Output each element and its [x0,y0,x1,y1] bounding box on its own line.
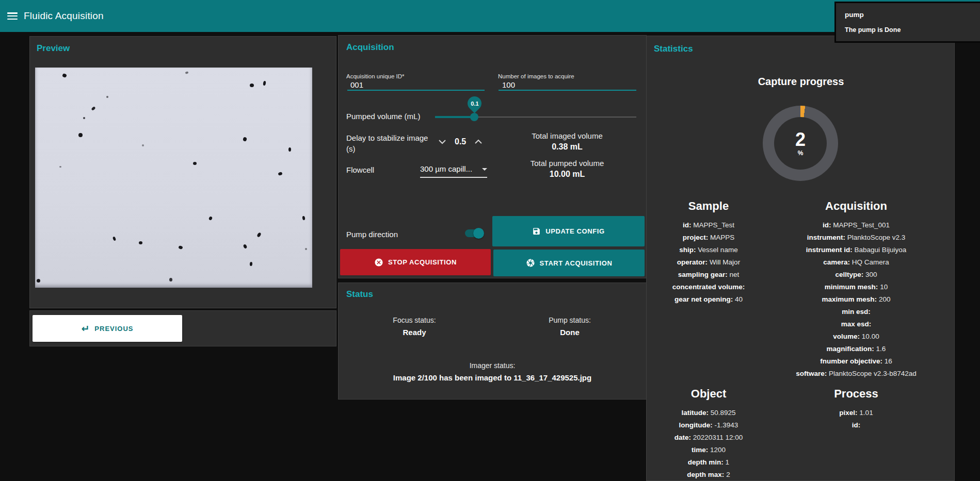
totals-block: Total imaged volume 0.38 mL Total pumped… [504,131,631,186]
slider-value-balloon: 0.1 [464,93,484,113]
pump-status-value: Done [493,328,646,337]
update-config-button[interactable]: UPDATE CONFIG [492,216,645,246]
pump-direction-label: Pump direction [346,230,398,239]
process-list: pixel: 1.01id: [770,407,942,432]
status-title: Status [346,289,373,300]
particle [78,133,83,137]
num-images-input[interactable]: 100 [502,80,515,89]
particle [208,216,213,221]
particle [185,71,189,74]
delay-value[interactable]: 0.5 [455,137,466,146]
capture-progress-percent: 2 [795,130,806,149]
stat-line: instrument id: Babagui Bijuiyoa [770,244,942,256]
focus-status-label: Focus status: [339,316,490,324]
unique-id-label: Acquisition unique ID* [346,73,405,79]
stat-line: operator: Will Major [647,256,770,269]
particle [83,117,85,119]
object-list: latitude: 50.8925longitude: -1.3943date:… [647,407,770,481]
previous-button[interactable]: ↵ PREVIOUS [33,315,182,342]
chevron-down-icon[interactable] [438,139,446,144]
process-section: Process pixel: 1.01id: [770,387,942,432]
particle [243,244,247,249]
stat-line: id: MAPPS_Test [647,219,770,231]
acquisition-panel: Acquisition Acquisition unique ID* 001 N… [338,35,647,278]
sample-list: id: MAPPS_Testproject: MAPPSship: Vessel… [647,219,770,306]
stat-line: volume: 10.00 [770,330,942,343]
stat-line: ship: Vessel name [647,244,770,256]
preview-title: Preview [37,43,70,54]
process-heading: Process [770,387,942,401]
particle [179,245,183,250]
stat-line: depth min: 1 [647,456,770,469]
slider-handle[interactable] [470,113,478,121]
stat-line: instrument: PlanktoScope v2.3 [770,231,942,244]
stat-line: camera: HQ Camera [770,256,942,269]
previous-strip: ↵ PREVIOUS [29,310,336,346]
flowcell-label: Flowcell [346,165,374,174]
stat-line: software: PlanktoScope v2.3-b8742ad [770,368,942,380]
start-acquisition-button[interactable]: START ACQUISITION [493,250,645,276]
stat-line: id: MAPPS_Test_001 [770,219,942,231]
statistics-title: Statistics [654,44,693,54]
imager-status-value: Image 2/100 has been imaged to 11_36_17_… [339,373,646,382]
preview-panel: Preview [29,36,336,308]
acquisition-stats-list: id: MAPPS_Test_001instrument: PlanktoSco… [770,219,942,380]
stat-line: pixel: 1.01 [770,407,942,419]
total-imaged-value: 0.38 mL [504,142,631,152]
pump-status-block: Pump status: Done [493,316,646,337]
stat-line: longitude: -1.3943 [647,419,770,432]
pump-direction-toggle[interactable] [465,229,483,237]
particle [263,81,266,86]
particle [142,144,144,146]
particle [62,73,67,78]
particle [305,248,307,250]
pumped-volume-slider[interactable]: 0.1 [435,117,636,118]
stat-line: date: 20220311 12:00 [647,432,770,444]
acquisition-stats-heading: Acquisition [770,200,942,213]
particle [250,262,253,266]
toast-title: pump [845,11,974,19]
delay-label: Delay to stabilize image (s) [346,132,434,154]
stat-line: time: 1200 [647,444,770,456]
pump-status-label: Pump status: [493,316,646,324]
slider-value: 0.1 [470,101,478,107]
particle [278,172,283,176]
menu-icon[interactable] [7,12,18,20]
particle [169,278,172,281]
focus-status-block: Focus status: Ready [339,316,490,337]
stat-line: fnumber objective: 16 [770,355,942,368]
stop-acquisition-label: STOP ACQUISITION [388,258,457,266]
object-heading: Object [647,387,770,401]
page-title: Fluidic Acquisition [24,10,104,22]
capture-progress-value: 2 % [774,117,827,170]
unique-id-input[interactable]: 001 [350,80,363,89]
flowcell-dropdown[interactable]: 300 µm capill... [420,164,487,174]
stat-line: concentrated volume: [647,281,770,293]
particle [256,232,262,238]
focus-status-value: Ready [339,328,490,337]
particle [250,84,254,87]
imager-status-block: Imager status: Image 2/100 has been imag… [339,361,646,382]
total-imaged-label: Total imaged volume [504,131,631,140]
dropdown-caret-icon [482,168,487,171]
particle [302,215,306,220]
chevron-up-icon[interactable] [474,139,483,144]
flowcell-underline [420,177,487,178]
capture-progress-unit: % [798,150,804,157]
stop-acquisition-button[interactable]: STOP ACQUISITION [340,249,491,275]
status-panel: Status Focus status: Ready Pump status: … [338,283,647,400]
stat-line: maximum mesh: 200 [770,293,942,306]
particle [59,166,61,168]
stat-line: minimum mesh: 10 [770,281,942,293]
acquisition-title: Acquisition [346,42,394,53]
acquisition-stats-section: Acquisition id: MAPPS_Test_001instrument… [770,200,942,380]
slider-fill [435,116,474,118]
particle [193,162,197,165]
particle [243,137,247,142]
stat-line: latitude: 50.8925 [647,407,770,419]
flowcell-value: 300 µm capill... [420,164,472,173]
capture-progress-donut: 2 % [763,106,838,181]
toast-notification[interactable]: pump The pump is Done [834,2,980,43]
cancel-circle-icon [374,258,383,267]
particle [139,241,142,244]
